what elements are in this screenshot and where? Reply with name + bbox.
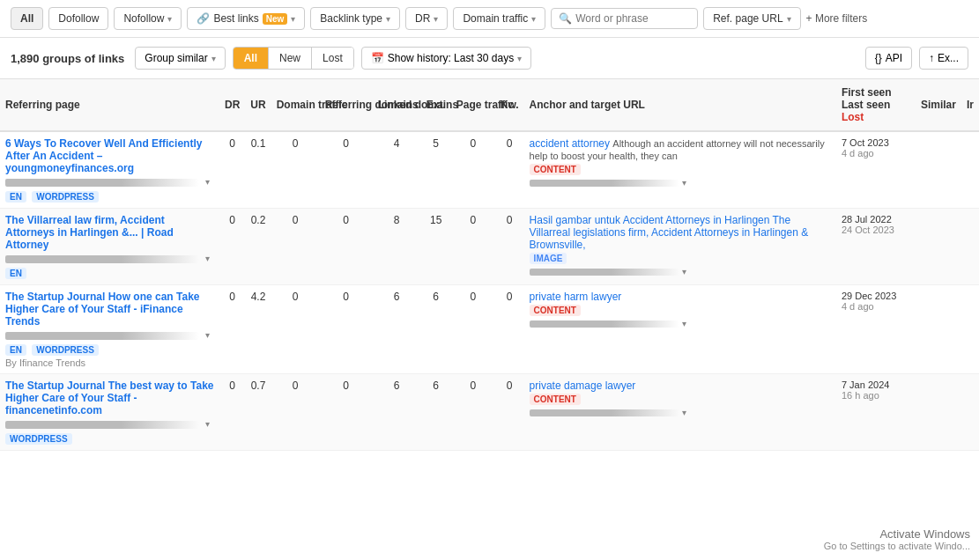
domain-traffic-cell: 0 (271, 131, 320, 209)
ir-cell (961, 209, 979, 285)
ur-cell: 4.2 (245, 285, 271, 374)
th-first-last-seen[interactable]: First seen Last seen Lost (836, 79, 916, 131)
tab-nofollow[interactable]: Nofollow ▾ (114, 7, 182, 30)
url-dropdown-icon[interactable]: ▾ (205, 330, 210, 340)
tag: WORDPRESS (32, 191, 99, 203)
anchor-target-cell: private damage lawyer CONTENT ▾ (524, 374, 836, 451)
anchor-link[interactable]: Hasil gambar untuk Accident Attorneys in… (530, 214, 809, 251)
chevron-down-icon: ▾ (787, 14, 791, 24)
th-ir[interactable]: Ir (961, 79, 979, 131)
table-row: 6 Ways To Recover Well And Efficiently A… (0, 131, 979, 209)
chevron-down-icon: ▾ (517, 54, 522, 63)
best-links-btn[interactable]: 🔗 Best links New ▾ (187, 7, 305, 30)
page-traffic-cell: 0 (451, 131, 495, 209)
link-icon: 🔗 (197, 12, 210, 25)
similar-cell (916, 131, 961, 209)
chevron-down-icon: ▾ (531, 14, 536, 24)
referring-domains-cell: 0 (320, 374, 373, 451)
group-similar-btn[interactable]: Group similar ▾ (135, 47, 225, 70)
anchor-url-dropdown-icon[interactable]: ▾ (682, 408, 686, 417)
all-new-lost-tabs: All New Lost (233, 47, 354, 70)
dr-cell: 0 (219, 131, 245, 209)
domain-traffic-btn[interactable]: Domain traffic ▾ (453, 7, 545, 30)
ext-cell: 6 (421, 285, 451, 374)
chevron-down-icon: ▾ (211, 54, 216, 63)
export-btn[interactable]: ↑ Ex... (919, 47, 968, 70)
chevron-down-icon: ▾ (291, 14, 295, 24)
anchor-url-dropdown-icon[interactable]: ▾ (682, 267, 686, 276)
chevron-down-icon: ▾ (434, 14, 438, 24)
export-icon: ↑ (929, 52, 934, 64)
page-traffic-cell: 0 (451, 209, 495, 285)
referring-page-link[interactable]: The Startup Journal The best way to Take… (5, 379, 214, 416)
kw-cell: 0 (495, 374, 524, 451)
url-dropdown-icon[interactable]: ▾ (205, 254, 210, 263)
th-ur[interactable]: UR (245, 79, 271, 131)
anchor-link[interactable]: accident attorney (530, 137, 610, 150)
referring-domains-cell: 0 (320, 285, 373, 374)
anchor-link[interactable]: private damage lawyer (530, 379, 636, 392)
th-dr[interactable]: DR (219, 79, 245, 131)
last-seen-ago: 16 h ago (842, 390, 910, 401)
anchor-target-cell: accident attorney Although an accident a… (524, 131, 836, 209)
search-box: 🔍 (551, 8, 698, 29)
calendar-icon: 📅 (371, 52, 384, 64)
referring-page-link[interactable]: 6 Ways To Recover Well And Efficiently A… (5, 137, 202, 174)
last-seen-ago: 4 d ago (842, 148, 910, 158)
api-btn[interactable]: {} API (865, 47, 912, 70)
similar-cell (916, 374, 961, 451)
linked-domains-cell: 6 (373, 285, 421, 374)
anchor-url-dropdown-icon[interactable]: ▾ (682, 178, 686, 188)
th-similar[interactable]: Similar (916, 79, 961, 131)
search-icon: 🔍 (559, 12, 572, 25)
last-seen-ago: 4 d ago (842, 301, 910, 312)
ext-cell: 6 (421, 374, 451, 451)
dates-cell: 29 Dec 2023 4 d ago (836, 285, 916, 374)
chevron-down-icon: ▾ (386, 14, 390, 24)
tab-new-btn[interactable]: New (269, 48, 312, 69)
tab-dofollow[interactable]: Dofollow (48, 7, 108, 30)
kw-cell: 0 (495, 209, 524, 285)
ir-cell (961, 374, 979, 451)
first-seen-date: 7 Jan 2024 (842, 379, 910, 390)
backlink-type-btn[interactable]: Backlink type ▾ (310, 7, 400, 30)
table-row: The Villarreal law firm, Accident Attorn… (0, 209, 979, 285)
anchor-link[interactable]: private harm lawyer (530, 291, 622, 303)
th-linked-domains[interactable]: Linked domains (373, 79, 421, 131)
tag: EN (5, 268, 26, 279)
chevron-down-icon: ▾ (167, 14, 172, 24)
tag: EN (5, 344, 26, 356)
show-history-btn[interactable]: 📅 Show history: Last 30 days ▾ (361, 47, 531, 70)
th-referring-domains[interactable]: Referring domains (320, 79, 373, 131)
anchor-tag: CONTENT (530, 305, 581, 316)
referring-domains-cell: 0 (320, 209, 373, 285)
kw-cell: 0 (495, 285, 524, 374)
url-dropdown-icon[interactable]: ▾ (205, 177, 210, 187)
ref-page-url-btn[interactable]: Ref. page URL ▾ (703, 7, 800, 30)
linked-domains-cell: 6 (373, 374, 421, 451)
more-filters-btn[interactable]: + More filters (806, 12, 868, 25)
th-domain-traffic[interactable]: Domain traffic (271, 79, 320, 131)
similar-cell (916, 285, 961, 374)
backlinks-table-container: Referring page DR UR Domain traffic Refe… (0, 79, 979, 451)
th-anchor-target[interactable]: Anchor and target URL (524, 79, 836, 131)
th-referring-page[interactable]: Referring page (0, 79, 219, 131)
anchor-url-dropdown-icon[interactable]: ▾ (682, 319, 686, 328)
th-page-traffic[interactable]: Page traffic (451, 79, 495, 131)
referring-page-link[interactable]: The Villarreal law firm, Accident Attorn… (5, 214, 174, 251)
tab-all-btn[interactable]: All (234, 48, 269, 69)
by-line: By Ifinance Trends (5, 357, 214, 368)
dates-cell: 28 Jul 2022 24 Oct 2023 (836, 209, 916, 285)
tag: EN (5, 191, 26, 203)
search-input[interactable] (575, 12, 690, 25)
dr-btn[interactable]: DR ▾ (405, 7, 448, 30)
tag: WORDPRESS (5, 433, 72, 445)
anchor-target-cell: Hasil gambar untuk Accident Attorneys in… (524, 209, 836, 285)
tab-all[interactable]: All (11, 7, 43, 30)
tab-lost-btn[interactable]: Lost (312, 48, 353, 69)
linked-domains-cell: 4 (373, 131, 421, 209)
referring-page-link[interactable]: The Startup Journal How one can Take Hig… (5, 291, 199, 328)
anchor-target-cell: private harm lawyer CONTENT ▾ (524, 285, 836, 374)
url-dropdown-icon[interactable]: ▾ (205, 419, 210, 429)
filter-bar: All Dofollow Nofollow ▾ 🔗 Best links New… (0, 0, 979, 38)
